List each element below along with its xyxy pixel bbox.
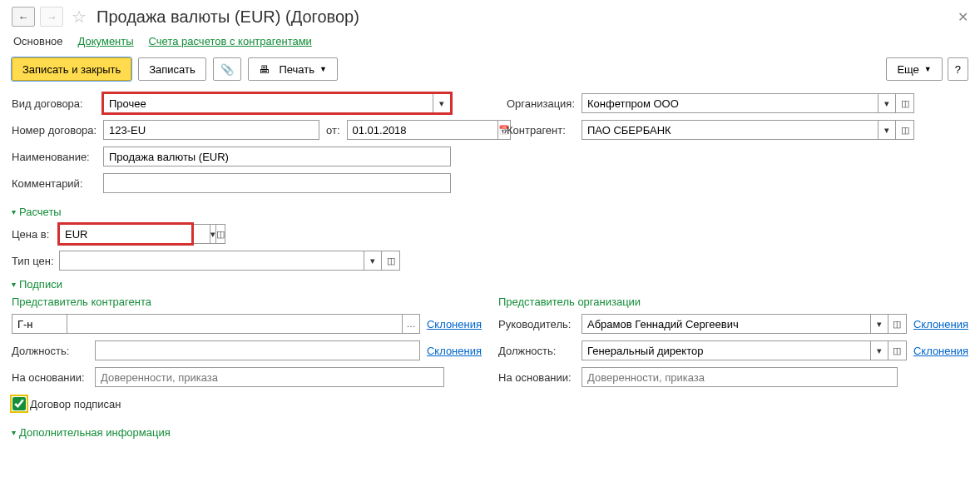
- open-icon: ◫: [901, 98, 909, 109]
- comment-input[interactable]: [103, 173, 451, 193]
- printer-icon: 🖶: [259, 63, 270, 76]
- paperclip-icon: 📎: [220, 63, 234, 76]
- org-position-input[interactable]: [582, 340, 870, 360]
- price-in-label: Цена в:: [12, 228, 59, 241]
- open-button[interactable]: ◫: [888, 340, 907, 360]
- dropdown-caret-icon: ▼: [319, 65, 327, 73]
- counterparty-rep-name-input[interactable]: [67, 314, 402, 334]
- tab-accounts[interactable]: Счета расчетов с контрагентами: [149, 35, 312, 47]
- declension-link[interactable]: Склонения: [913, 345, 968, 357]
- counterparty-input[interactable]: [582, 120, 878, 140]
- from-label: от:: [326, 124, 340, 137]
- chevron-down-icon: ▾: [12, 280, 16, 289]
- tabs: Основное Документы Счета расчетов с конт…: [12, 35, 968, 47]
- dropdown-button[interactable]: ▾: [870, 340, 888, 360]
- date-input[interactable]: [347, 120, 497, 140]
- name-label: Наименование:: [12, 151, 103, 163]
- open-button[interactable]: ◫: [896, 93, 914, 113]
- basis-label: На основании:: [12, 371, 95, 384]
- price-in-input[interactable]: [59, 224, 210, 244]
- dropdown-button[interactable]: ▾: [364, 251, 382, 271]
- declension-link[interactable]: Склонения: [913, 318, 968, 330]
- org-basis-input[interactable]: [582, 367, 898, 387]
- help-button[interactable]: ?: [948, 57, 968, 81]
- price-type-input[interactable]: [59, 251, 364, 271]
- page-title: Продажа валюты (EUR) (Договор): [97, 7, 359, 27]
- favorite-star-icon[interactable]: ☆: [72, 7, 87, 27]
- name-input[interactable]: [103, 147, 451, 166]
- counterparty-position-input[interactable]: [95, 340, 420, 360]
- contract-signed-checkbox[interactable]: [12, 397, 26, 410]
- head-input[interactable]: [582, 314, 870, 334]
- org-rep-header: Представитель организации: [498, 296, 968, 308]
- declension-link[interactable]: Склонения: [427, 318, 482, 330]
- open-button[interactable]: ◫: [382, 251, 400, 271]
- tab-main[interactable]: Основное: [13, 35, 63, 47]
- print-button[interactable]: 🖶 Печать▼: [248, 57, 338, 81]
- save-and-close-button[interactable]: Записать и закрыть: [12, 57, 131, 81]
- counterparty-label: Контрагент:: [507, 124, 582, 137]
- contract-type-input[interactable]: [103, 93, 433, 113]
- dropdown-caret-icon: ▼: [924, 65, 932, 73]
- counterparty-rep-header: Представитель контрагента: [12, 296, 482, 308]
- dropdown-button[interactable]: ▾: [878, 120, 896, 140]
- tab-documents[interactable]: Документы: [78, 35, 134, 47]
- section-signatures[interactable]: ▾Подписи: [12, 278, 968, 291]
- basis-label: На основании:: [498, 371, 582, 384]
- dropdown-button[interactable]: ▾: [870, 314, 888, 334]
- open-button[interactable]: ◫: [216, 224, 225, 244]
- dropdown-button[interactable]: ▾: [878, 93, 896, 113]
- declension-link[interactable]: Склонения: [427, 345, 482, 357]
- ellipsis-button[interactable]: …: [402, 314, 420, 334]
- head-label: Руководитель:: [498, 318, 582, 330]
- comment-label: Комментарий:: [12, 177, 103, 190]
- position-label: Должность:: [498, 345, 582, 357]
- open-icon: ◫: [893, 345, 901, 356]
- section-calculations[interactable]: ▾Расчеты: [12, 206, 968, 218]
- section-extra[interactable]: ▾Дополнительная информация: [12, 426, 968, 439]
- open-icon: ◫: [387, 256, 395, 266]
- chevron-down-icon: ▾: [12, 428, 16, 437]
- price-type-label: Тип цен:: [12, 255, 59, 267]
- org-input[interactable]: [582, 93, 878, 113]
- open-button[interactable]: ◫: [888, 314, 907, 334]
- open-icon: ◫: [901, 125, 909, 136]
- contract-number-input[interactable]: [103, 120, 319, 140]
- open-button[interactable]: ◫: [896, 120, 914, 140]
- save-button[interactable]: Записать: [138, 57, 206, 81]
- attachment-button[interactable]: 📎: [213, 57, 241, 81]
- nav-back-button[interactable]: ←: [12, 7, 35, 27]
- contract-signed-label: Договор подписан: [30, 398, 121, 410]
- dropdown-button[interactable]: ▾: [433, 93, 451, 113]
- open-icon: ◫: [216, 229, 225, 240]
- open-icon: ◫: [893, 319, 901, 330]
- close-icon[interactable]: ✕: [958, 9, 968, 25]
- more-button[interactable]: Еще▼: [886, 57, 942, 81]
- counterparty-basis-input[interactable]: [95, 367, 444, 387]
- contract-type-label: Вид договора:: [12, 97, 103, 110]
- chevron-down-icon: ▾: [12, 207, 16, 216]
- org-label: Организация:: [507, 97, 582, 110]
- nav-forward-button[interactable]: →: [40, 7, 63, 27]
- toolbar: Записать и закрыть Записать 📎 🖶 Печать▼ …: [12, 57, 968, 81]
- position-label: Должность:: [12, 345, 95, 357]
- dropdown-button[interactable]: ▾: [210, 224, 216, 244]
- contract-number-label: Номер договора:: [12, 124, 103, 137]
